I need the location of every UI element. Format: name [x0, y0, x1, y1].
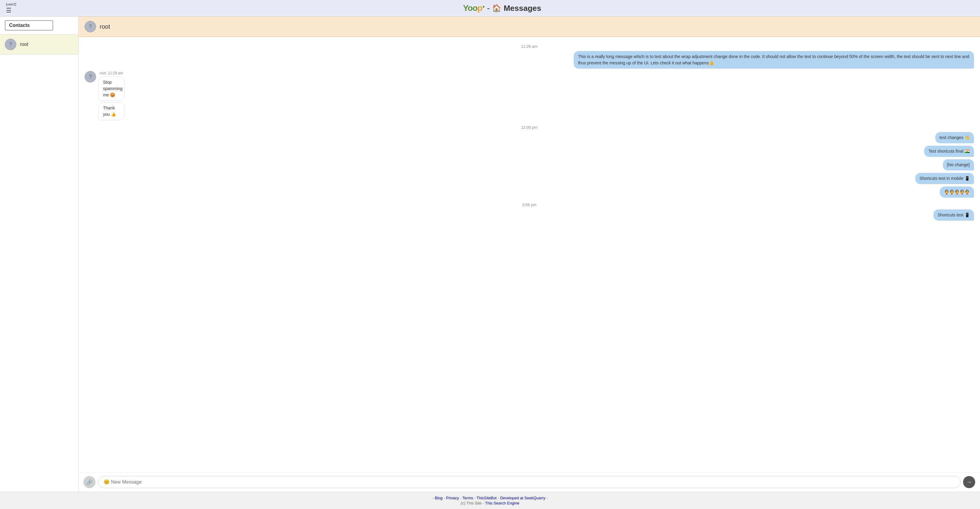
- footer-link-privacy[interactable]: Privacy: [446, 496, 459, 500]
- footer-sep-2: -: [460, 496, 463, 500]
- received-wrapper: root, 11:29 am Stop spamming me 😡 Thank …: [99, 71, 150, 120]
- contact-item-root[interactable]: ? root: [0, 35, 78, 55]
- house-icon: 🏠: [492, 4, 501, 13]
- footer-link-search-engine[interactable]: This Search Engine: [485, 501, 519, 505]
- message-row-sent-2: test changes 👋: [84, 132, 974, 143]
- message-row-sent-4: [No change]: [84, 159, 974, 171]
- footer-sep-5: -: [546, 496, 548, 500]
- footer-sep-1: -: [444, 496, 446, 500]
- message-bubble-sent-4: [No change]: [943, 159, 974, 171]
- avatar-received: ?: [84, 71, 96, 83]
- footer-link-seekquarry[interactable]: Developed at SeekQuarry: [500, 496, 545, 500]
- main-content: ? root ? root 11:26 am This is a really …: [0, 17, 980, 492]
- footer-links-line: - Blog - Privacy - Terms - ThisSiteBot -…: [3, 496, 977, 500]
- footer-separator-pre: -: [432, 496, 435, 500]
- hamburger-icon[interactable]: ☰: [6, 6, 11, 14]
- message-bubble-received-2: Thank you 👍: [99, 102, 124, 120]
- timestamp-1126: 11:26 am: [84, 44, 974, 49]
- sender-info: root, 11:29 am: [100, 71, 150, 75]
- contacts-header: [0, 17, 78, 35]
- sidebar: ? root: [0, 17, 78, 492]
- footer-copyright-line: (c) This Site - This Search Engine: [3, 501, 977, 505]
- app-header: [user2] ☰ Yoop● - 🏠 Messages: [0, 0, 980, 17]
- message-row-sent-3: Test shortcuts final 🇮🇳: [84, 146, 974, 157]
- messages-container: 11:26 am This is a really long message w…: [78, 37, 980, 472]
- footer-link-blog[interactable]: Blog: [435, 496, 442, 500]
- message-row: This is a really long message which is t…: [84, 51, 974, 69]
- contacts-search[interactable]: [5, 20, 53, 30]
- message-bubble-sent-5: Shortcuts test in mobile 📱: [915, 173, 974, 184]
- message-row-received: ? root, 11:29 am Stop spamming me 😡 Than…: [84, 71, 974, 120]
- chat-area: ? root 11:26 am This is a really long me…: [78, 17, 980, 492]
- footer: - Blog - Privacy - Terms - ThisSiteBot -…: [0, 492, 980, 509]
- avatar-root: ?: [5, 39, 16, 50]
- message-bubble-sent-3: Test shortcuts final 🇮🇳: [924, 146, 974, 157]
- header-center: Yoop● - 🏠 Messages: [30, 3, 974, 13]
- logo-text: Yoop●: [463, 3, 484, 13]
- attach-button[interactable]: 🔗: [83, 476, 95, 488]
- header-left: [user2] ☰: [6, 2, 30, 14]
- chat-avatar: ?: [84, 21, 96, 32]
- message-row-sent-6: 👰👰👰👰👰: [84, 187, 974, 198]
- message-bubble: This is a really long message which is t…: [574, 51, 974, 69]
- message-row-sent-7: Shortcuts test 📱: [84, 209, 974, 221]
- page-title: Messages: [504, 4, 541, 13]
- username-label: [user2]: [6, 2, 16, 6]
- message-bubble-sent-2: test changes 👋: [935, 132, 974, 143]
- footer-link-terms[interactable]: Terms: [463, 496, 473, 500]
- message-row-sent-5: Shortcuts test in mobile 📱: [84, 173, 974, 184]
- send-button[interactable]: →: [963, 476, 975, 488]
- chat-header: ? root: [78, 17, 980, 37]
- message-bubble-sent-6: 👰👰👰👰👰: [940, 187, 974, 198]
- chat-contact-name: root: [100, 23, 110, 30]
- contact-name-root: root: [20, 42, 29, 47]
- separator: -: [487, 3, 490, 13]
- timestamp-1205: 12:05 pm: [84, 125, 974, 130]
- timestamp-356: 3:56 pm: [84, 203, 974, 207]
- input-area: 🔗 →: [78, 472, 980, 492]
- footer-link-thissitebot[interactable]: ThisSiteBot: [476, 496, 496, 500]
- message-bubble-sent-7: Shortcuts test 📱: [934, 209, 974, 221]
- message-bubble-received-1: Stop spamming me 😡: [99, 77, 124, 101]
- message-input[interactable]: [98, 476, 961, 488]
- footer-copyright-text: (c) This Site -: [461, 501, 485, 505]
